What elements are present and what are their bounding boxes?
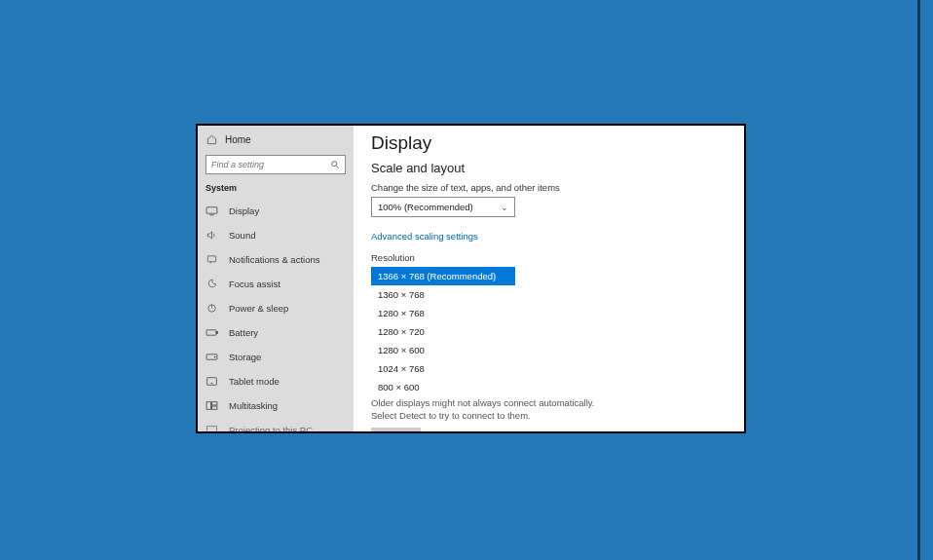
svg-rect-8 [206,330,216,335]
resolution-dropdown-open[interactable]: 1366 × 768 (Recommended) 1360 × 768 1280… [371,267,515,396]
sidebar-item-tablet-mode[interactable]: Tablet mode [198,369,354,393]
resolution-option[interactable]: 800 × 600 [371,378,515,396]
resolution-label: Resolution [371,252,732,263]
power-icon [205,303,218,314]
svg-rect-17 [207,427,217,431]
sound-icon [205,230,218,241]
chevron-down-icon: ⌄ [501,203,508,212]
sidebar-item-multitasking[interactable]: Multitasking [198,393,354,418]
svg-rect-15 [212,402,217,405]
content-pane: Display Scale and layout Change the size… [354,126,744,431]
sidebar-item-label: Projecting to this PC [229,425,313,431]
home-button[interactable]: Home [198,130,354,150]
svg-rect-16 [212,406,217,409]
home-icon [205,134,217,145]
sidebar-item-label: Sound [229,230,255,241]
sidebar-item-battery[interactable]: Battery [198,320,354,345]
svg-point-13 [211,383,212,384]
sidebar-item-notifications[interactable]: Notifications & actions [198,247,354,272]
notifications-icon [205,254,218,265]
resolution-option[interactable]: 1280 × 720 [371,322,515,341]
svg-rect-2 [206,207,217,214]
sidebar-item-label: Display [229,205,259,216]
home-label: Home [225,134,251,145]
search-box[interactable] [205,155,346,174]
svg-rect-9 [216,331,217,333]
scale-value: 100% (Recommended) [378,202,473,212]
resolution-option[interactable]: 1024 × 768 [371,359,515,378]
resolution-option[interactable]: 1280 × 600 [371,341,515,359]
sidebar: Home System Display Sound [198,126,354,431]
search-wrap [198,150,354,181]
svg-point-11 [214,356,215,357]
battery-icon [205,327,218,338]
search-icon [330,160,340,169]
display-icon [205,205,218,216]
resolution-option[interactable]: 1366 × 768 (Recommended) [371,267,515,285]
scale-dropdown[interactable]: 100% (Recommended) ⌄ [371,197,515,217]
sidebar-item-label: Storage [229,352,261,362]
resolution-option[interactable]: 1280 × 768 [371,304,515,322]
search-input[interactable] [211,160,330,169]
sidebar-item-label: Focus assist [229,279,280,289]
advanced-scaling-link[interactable]: Advanced scaling settings [371,231,478,242]
storage-icon [205,352,218,362]
category-label: System [198,181,354,199]
sidebar-item-label: Notifications & actions [229,254,319,265]
sidebar-item-display[interactable]: Display [198,199,354,223]
detect-hint: Older displays might not always connect … [371,396,605,422]
sidebar-item-storage[interactable]: Storage [198,345,354,369]
svg-rect-14 [206,402,210,410]
decorative-edge [917,0,920,560]
section-title: Scale and layout [371,161,732,175]
projecting-icon [205,425,218,431]
resolution-option[interactable]: 1360 × 768 [371,285,515,304]
sidebar-item-power-sleep[interactable]: Power & sleep [198,296,354,320]
sidebar-item-label: Battery [229,327,258,338]
focus-assist-icon [205,279,218,289]
scale-label: Change the size of text, apps, and other… [371,182,732,193]
sidebar-item-label: Multitasking [229,400,278,411]
multitasking-icon [205,400,218,411]
settings-window: Home System Display Sound [196,124,746,433]
page-title: Display [371,132,732,154]
sidebar-item-focus-assist[interactable]: Focus assist [198,272,354,296]
svg-rect-5 [207,256,215,262]
sidebar-item-label: Tablet mode [229,376,280,387]
detect-button[interactable]: Detect [371,428,421,431]
sidebar-item-label: Power & sleep [229,303,288,314]
tablet-icon [205,376,218,387]
svg-marker-4 [207,232,211,239]
sidebar-item-sound[interactable]: Sound [198,223,354,247]
svg-point-0 [332,162,337,167]
sidebar-item-projecting[interactable]: Projecting to this PC [198,418,354,431]
svg-line-1 [336,166,339,168]
